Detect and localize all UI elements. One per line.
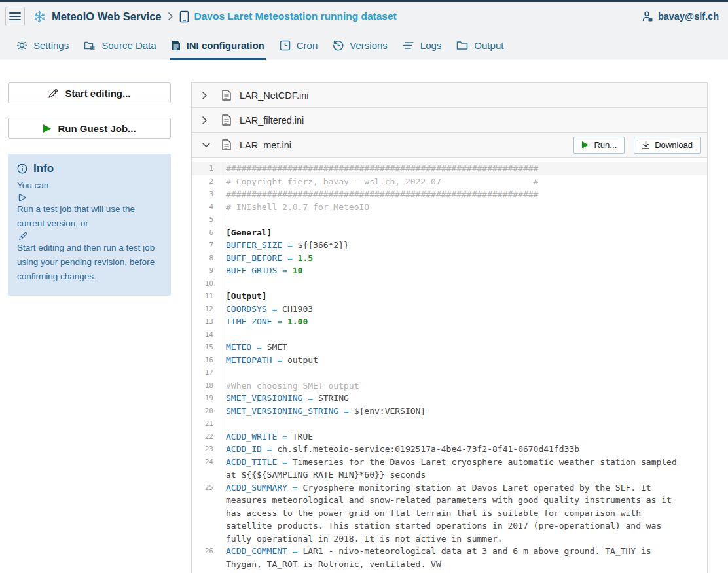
editor-line: 7BUFFER_SIZE = ${{366*2}}	[192, 239, 707, 252]
line-number: 7	[192, 239, 221, 252]
editor-line: 18#When choosing SMET output	[192, 379, 707, 392]
line-content: BUFF_GRIDS = 10	[221, 264, 685, 277]
start-editing-label: Start editing...	[65, 88, 130, 99]
info-circle-icon	[17, 164, 27, 174]
line-number: 5	[192, 213, 221, 226]
start-editing-button[interactable]: Start editing...	[8, 82, 171, 103]
line-number: 15	[192, 341, 221, 354]
editor-line: 23ACDD_ID = ch.slf.meteoio-service:01925…	[192, 443, 707, 456]
accordion-item-lar-filtered[interactable]: LAR_filtered.ini	[192, 108, 707, 133]
editor-line: 10	[192, 277, 707, 290]
user-icon	[642, 10, 653, 22]
editor-line: 24ACDD_TITLE = Timeseries for the Davos …	[192, 456, 707, 481]
line-content	[221, 366, 685, 379]
chevron-right-icon	[202, 116, 211, 125]
editor-line: 6[General]	[192, 226, 707, 239]
line-number: 20	[192, 405, 221, 418]
pencil-icon	[48, 88, 59, 99]
editor-line: 3#######################################…	[192, 188, 707, 201]
line-content: ACDD_ID = ch.slf.meteoio-service:0192517…	[221, 443, 685, 456]
dataset-title: Davos Laret Meteostation running dataset	[194, 10, 397, 22]
tab-label: Source Data	[101, 40, 156, 51]
editor-line: 14	[192, 328, 707, 341]
play-icon	[43, 124, 52, 133]
editor-line: 1#######################################…	[192, 162, 707, 175]
clock-square-icon	[280, 40, 291, 51]
line-number: 10	[192, 277, 221, 290]
tab-label: Logs	[420, 40, 442, 51]
info-title: Info	[33, 162, 54, 175]
tab-cron[interactable]: Cron	[280, 31, 318, 60]
line-number: 12	[192, 303, 221, 316]
tab-label: Cron	[297, 40, 318, 51]
tab-versions[interactable]: Versions	[333, 31, 388, 60]
editor-line: 2# Copyright fierz, bavay - wsl.ch, 2022…	[192, 175, 707, 188]
pencil-outline-icon	[18, 231, 28, 241]
editor-line: 19SMET_VERSIONING = STRING	[192, 392, 707, 405]
folder-icon	[456, 40, 468, 50]
line-content: #When choosing SMET output	[221, 379, 685, 392]
line-number: 9	[192, 264, 221, 277]
line-content	[221, 277, 685, 290]
download-icon	[642, 141, 650, 150]
line-content: # INIshell 2.0.7 for MeteoIO	[221, 201, 685, 214]
sidebar: Start editing... Run Guest Job... Info Y…	[8, 82, 171, 296]
line-content: ACDD_SUMMARY = Cryosphere monitoring sta…	[221, 481, 685, 546]
tab-label: Output	[474, 40, 503, 51]
tab-label: Settings	[33, 40, 69, 51]
line-content: TIME_ZONE = 1.00	[221, 315, 685, 328]
editor-line: 16METEOPATH = output	[192, 354, 707, 367]
app-title[interactable]: MeteoIO Web Service	[52, 10, 162, 23]
accordion-item-lar-netcdf[interactable]: LAR_NetCDF.ini	[192, 83, 707, 108]
line-content: [General]	[221, 226, 685, 239]
file-name: LAR_met.ini	[240, 140, 291, 150]
breadcrumb-chevron-icon	[168, 12, 173, 21]
menu-button[interactable]	[5, 7, 25, 26]
tab-ini-configuration[interactable]: INI configuration	[172, 31, 264, 60]
file-name: LAR_filtered.ini	[240, 115, 304, 126]
tab-output[interactable]: Output	[456, 31, 503, 60]
editor-line: 13TIME_ZONE = 1.00	[192, 315, 707, 328]
info-text: You can Run a test job that will use the…	[17, 179, 160, 284]
line-content: [Output]	[221, 290, 685, 303]
line-number: 13	[192, 315, 221, 328]
run-file-label: Run...	[594, 140, 617, 150]
tab-label: INI configuration	[187, 40, 264, 51]
tab-source-data[interactable]: Source Data	[84, 31, 156, 60]
line-number: 23	[192, 443, 221, 456]
run-file-button[interactable]: Run...	[573, 137, 625, 154]
user-menu[interactable]: bavay@slf.ch	[642, 10, 719, 22]
line-content	[221, 213, 685, 226]
download-file-button[interactable]: Download	[634, 137, 701, 154]
run-guest-job-button[interactable]: Run Guest Job...	[8, 118, 171, 139]
line-number: 6	[192, 226, 221, 239]
editor-line: 25ACDD_SUMMARY = Cryosphere monitoring s…	[192, 481, 707, 546]
accordion-item-lar-met[interactable]: LAR_met.ini Run... Download	[192, 133, 707, 158]
download-file-label: Download	[655, 140, 693, 150]
line-content	[221, 417, 685, 430]
file-name: LAR_NetCDF.ini	[240, 90, 309, 101]
editor-line: 12COORDSYS = CH1903	[192, 303, 707, 316]
line-content: # Copyright fierz, bavay - wsl.ch, 2022-…	[221, 175, 685, 188]
line-content: SMET_VERSIONING_STRING = ${env:VERSION}	[221, 405, 685, 418]
line-number: 24	[192, 456, 221, 481]
line-content: COORDSYS = CH1903	[221, 303, 685, 316]
dataset-breadcrumb[interactable]: Davos Laret Meteostation running dataset	[179, 10, 397, 23]
line-number: 1	[192, 162, 221, 175]
line-number: 26	[192, 545, 221, 570]
line-number: 25	[192, 481, 221, 546]
line-content: ########################################…	[221, 162, 685, 175]
editor-line: 9BUFF_GRIDS = 10	[192, 264, 707, 277]
line-number: 14	[192, 328, 221, 341]
code-editor[interactable]: 1#######################################…	[192, 158, 707, 573]
file-icon	[222, 114, 231, 126]
tab-settings[interactable]: Settings	[16, 31, 69, 60]
editor-line: 22ACDD_WRITE = TRUE	[192, 430, 707, 443]
line-content: ACDD_TITLE = Timeseries for the Davos La…	[221, 456, 685, 481]
line-content: ########################################…	[221, 188, 685, 201]
tab-logs[interactable]: Logs	[403, 31, 442, 60]
tab-label: Versions	[350, 40, 388, 51]
user-email: bavay@slf.ch	[658, 11, 719, 22]
line-number: 22	[192, 430, 221, 443]
play-icon	[581, 141, 589, 149]
